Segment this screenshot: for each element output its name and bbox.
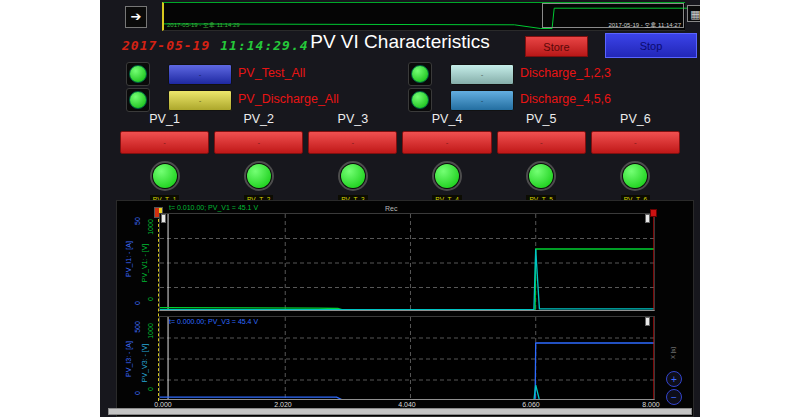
chart-pv1[interactable]	[159, 213, 655, 311]
page-title: PV VI Characteristics	[270, 31, 530, 53]
date-display: 2017-05-19	[122, 38, 210, 53]
chart2-voltage-axis-label: PV_V3: - [V]	[141, 344, 148, 383]
pv-column-label: PV_2	[243, 112, 274, 131]
zoom-out-button[interactable]: −	[666, 389, 682, 405]
discharge-456-led[interactable]	[408, 88, 432, 112]
timeline-start-timestamp: 2017-05-19 - 오후 11:14:29	[167, 21, 240, 30]
run-arrow-button[interactable]: ➔	[125, 6, 147, 28]
calendar-button[interactable]: ▦	[687, 5, 700, 22]
pv-column-2: PV_2 - PV_T_2	[214, 112, 303, 204]
mini-timeline-chart[interactable]: 2017-05-19 - 오후 11:14:29 2017-05-19 - 오후…	[162, 2, 685, 31]
timeline-end-timestamp: 2017-05-19 - 오후 11:14:27	[608, 21, 681, 30]
pv-test-all-label: PV_Test_All	[238, 66, 305, 80]
x-tick-1: 2.020	[274, 401, 292, 408]
pv1-button[interactable]: -	[120, 131, 209, 154]
pv6-button[interactable]: -	[591, 131, 680, 154]
control-row-pv-test-all: - PV_Test_All	[126, 62, 396, 88]
pv4-led[interactable]	[432, 161, 462, 191]
chart1-voltage-min-tick: 0	[147, 297, 154, 301]
pv-column-4: PV_4 - PV_T_4	[402, 112, 491, 204]
x-tick-0: 0.000	[154, 401, 172, 408]
discharge-456-button[interactable]: -	[450, 90, 514, 111]
pv-column-label: PV_4	[432, 112, 463, 131]
x-tick-4: 8.000	[642, 401, 660, 408]
led-green-icon	[529, 164, 553, 188]
control-row-discharge-456: - Discharge_4,5,6	[408, 88, 678, 114]
red-cursor-handle[interactable]	[650, 209, 657, 217]
chart1-voltage-axis-label: PV_V1: - [V]	[141, 244, 148, 283]
chart2-cursor-readout: t= 0.000.00; PV_V3 = 45.4 V	[169, 318, 258, 325]
pv1-led[interactable]	[150, 161, 180, 191]
led-green-icon	[129, 65, 147, 83]
chart-pv3[interactable]	[159, 316, 655, 400]
chart1-cursor-handle-left[interactable]	[161, 214, 166, 223]
control-row-discharge-123: - Discharge_1,2,3	[408, 62, 678, 88]
chart1-current-min-tick: 0	[134, 301, 141, 305]
zoom-in-button[interactable]: +	[666, 371, 682, 387]
chart2-current-max-tick: 500	[134, 321, 141, 333]
chart1-voltage-max-tick: 1000	[147, 219, 154, 235]
chart1-current-axis-label: PV_I1: - [A]	[125, 241, 132, 277]
app-window: ➔ 2017-05-19 - 오후 11:14:29 2017-05-19 - …	[100, 0, 700, 417]
led-green-icon	[411, 91, 429, 109]
led-green-icon	[153, 164, 177, 188]
pv-discharge-all-led[interactable]	[126, 88, 150, 112]
x-unit-label: X [s]	[670, 347, 676, 359]
pv3-button[interactable]: -	[308, 131, 397, 154]
pv-test-all-button[interactable]: -	[168, 64, 232, 85]
led-green-icon	[341, 164, 365, 188]
pv-column-5: PV_5 - PV_T_5	[497, 112, 586, 204]
rec-indicator: Rec	[385, 205, 397, 212]
pv-column-1: PV_1 - PV_T_1	[120, 112, 209, 204]
pv-column-3: PV_3 - PV_T_3	[308, 112, 397, 204]
chart2-voltage-min-tick: 0	[147, 387, 154, 391]
arrow-icon: ➔	[131, 9, 142, 24]
pv4-button[interactable]: -	[402, 131, 491, 154]
pv-column-label: PV_1	[149, 112, 180, 131]
pv6-led[interactable]	[620, 161, 650, 191]
led-green-icon	[435, 164, 459, 188]
chart1-current-max-tick: 50	[134, 217, 141, 225]
x-tick-2: 4.040	[398, 401, 416, 408]
led-green-icon	[247, 164, 271, 188]
chart2-current-axis-label: PV_I3: - [A]	[125, 341, 132, 377]
calendar-icon: ▦	[690, 8, 700, 20]
pv-column-6: PV_6 - PV_T_6	[591, 112, 680, 204]
stop-button[interactable]: Stop	[605, 33, 697, 58]
pv-columns-grid: PV_1 - PV_T_1 PV_2 - PV_T_2 PV_3 - PV_T_…	[120, 112, 680, 204]
discharge-123-label: Discharge_1,2,3	[520, 66, 611, 80]
discharge-123-button[interactable]: -	[450, 64, 514, 85]
pv2-led[interactable]	[244, 161, 274, 191]
control-row-pv-discharge-all: - PV_Discharge_All	[126, 88, 396, 114]
pv-discharge-all-button[interactable]: -	[168, 90, 232, 111]
led-green-icon	[623, 164, 647, 188]
pv-discharge-all-label: PV_Discharge_All	[238, 92, 339, 106]
pv5-led[interactable]	[526, 161, 556, 191]
led-green-icon	[411, 65, 429, 83]
pv5-button[interactable]: -	[497, 131, 586, 154]
pv3-led[interactable]	[338, 161, 368, 191]
horizontal-scrollbar[interactable]	[108, 408, 692, 415]
discharge-123-led[interactable]	[408, 62, 432, 86]
x-tick-3: 6.060	[522, 401, 540, 408]
chart2-current-min-tick: 0	[134, 391, 141, 395]
chart-panel: t= 0.010.00; PV_V1 = 45.1 V Rec t= 0.000…	[116, 200, 694, 417]
pv2-button[interactable]: -	[214, 131, 303, 154]
chart1-cursor-readout: t= 0.010.00; PV_V1 = 45.1 V	[169, 204, 258, 211]
chart2-cursor-handle-right[interactable]	[645, 317, 650, 326]
store-button[interactable]: Store	[525, 36, 588, 57]
pv-column-label: PV_6	[620, 112, 651, 131]
discharge-456-label: Discharge_4,5,6	[520, 92, 611, 106]
pv-test-all-led[interactable]	[126, 62, 150, 86]
pv-column-label: PV_3	[338, 112, 369, 131]
pv-column-label: PV_5	[526, 112, 557, 131]
led-green-icon	[129, 91, 147, 109]
chart2-voltage-max-tick: 1000	[147, 323, 154, 339]
